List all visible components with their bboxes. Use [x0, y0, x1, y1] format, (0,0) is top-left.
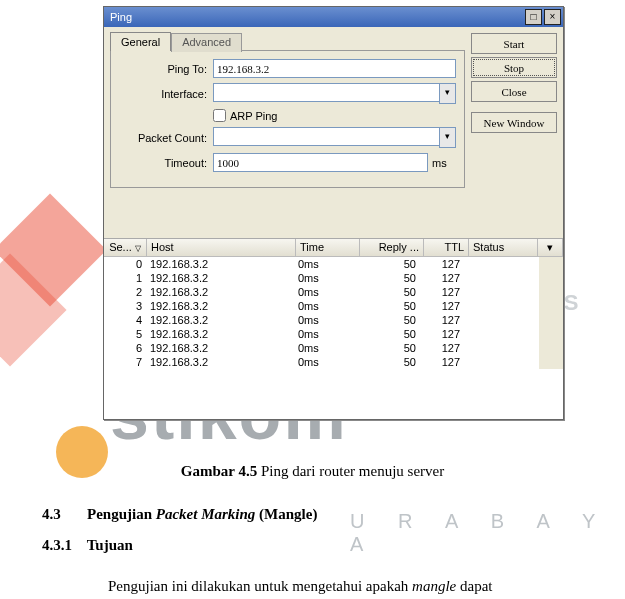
cell-ttl: 127	[420, 327, 464, 341]
cell-ttl: 127	[420, 355, 464, 369]
cell-status	[464, 271, 539, 285]
cell-status	[464, 355, 539, 369]
label-timeout-unit: ms	[428, 157, 456, 169]
label-arp-ping: ARP Ping	[230, 110, 278, 122]
section-4.3.1: 4.3.1 Tujuan	[42, 537, 133, 554]
packet-count-input[interactable]	[213, 127, 439, 146]
cell-reply: 50	[357, 299, 420, 313]
cell-reply: 50	[357, 313, 420, 327]
table-row[interactable]: 6192.168.3.20ms50127	[104, 341, 563, 355]
stop-button[interactable]: Stop	[471, 57, 557, 78]
maximize-icon[interactable]: □	[525, 9, 542, 25]
cell-time: 0ms	[294, 327, 357, 341]
cell-reply: 50	[357, 355, 420, 369]
cell-seq: 6	[104, 341, 146, 355]
columns-menu-icon[interactable]: ▾	[538, 239, 563, 256]
cell-host: 192.168.3.2	[146, 257, 294, 271]
cell-reply: 50	[357, 341, 420, 355]
window-title: Ping	[110, 11, 132, 23]
ping-to-input[interactable]	[213, 59, 456, 78]
paragraph-text: Pengujian ini dilakukan untuk mengetahui…	[108, 578, 588, 595]
cell-status	[464, 327, 539, 341]
col-seq[interactable]: Se... ▽	[104, 239, 147, 256]
timeout-input[interactable]	[213, 153, 428, 172]
label-packet-count: Packet Count:	[119, 132, 213, 144]
cell-time: 0ms	[294, 313, 357, 327]
tab-panel-general: Ping To: Interface: ▾ ARP Ping Packet Co…	[110, 50, 465, 188]
table-row[interactable]: 0192.168.3.20ms50127	[104, 257, 563, 271]
table-row[interactable]: 7192.168.3.20ms50127	[104, 355, 563, 369]
cell-seq: 0	[104, 257, 146, 271]
results-grid: Se... ▽ Host Time Reply ... TTL Status ▾…	[104, 238, 563, 369]
cell-reply: 50	[357, 257, 420, 271]
close-icon[interactable]: ×	[544, 9, 561, 25]
cell-host: 192.168.3.2	[146, 355, 294, 369]
cell-status	[464, 285, 539, 299]
cell-host: 192.168.3.2	[146, 327, 294, 341]
cell-host: 192.168.3.2	[146, 341, 294, 355]
col-ttl[interactable]: TTL	[424, 239, 469, 256]
cell-host: 192.168.3.2	[146, 299, 294, 313]
cell-host: 192.168.3.2	[146, 271, 294, 285]
label-interface: Interface:	[119, 88, 213, 100]
cell-status	[464, 299, 539, 313]
cell-seq: 1	[104, 271, 146, 285]
col-status[interactable]: Status	[469, 239, 538, 256]
tab-advanced[interactable]: Advanced	[171, 33, 242, 52]
cell-ttl: 127	[420, 313, 464, 327]
cell-ttl: 127	[420, 257, 464, 271]
new-window-button[interactable]: New Window	[471, 112, 557, 133]
titlebar[interactable]: Ping □ ×	[104, 7, 563, 27]
arp-ping-checkbox[interactable]	[213, 109, 226, 122]
cell-reply: 50	[357, 271, 420, 285]
packet-count-dropdown-icon[interactable]: ▾	[439, 127, 456, 148]
table-row[interactable]: 3192.168.3.20ms50127	[104, 299, 563, 313]
table-row[interactable]: 2192.168.3.20ms50127	[104, 285, 563, 299]
table-row[interactable]: 1192.168.3.20ms50127	[104, 271, 563, 285]
label-ping-to: Ping To:	[119, 63, 213, 75]
close-button[interactable]: Close	[471, 81, 557, 102]
grid-header: Se... ▽ Host Time Reply ... TTL Status ▾	[104, 239, 563, 257]
cell-time: 0ms	[294, 341, 357, 355]
table-row[interactable]: 4192.168.3.20ms50127	[104, 313, 563, 327]
cell-ttl: 127	[420, 285, 464, 299]
cell-status	[464, 341, 539, 355]
cell-ttl: 127	[420, 299, 464, 313]
figure-caption: Gambar 4.5 Ping dari router menuju serve…	[0, 463, 625, 480]
table-row[interactable]: 5192.168.3.20ms50127	[104, 327, 563, 341]
cell-seq: 2	[104, 285, 146, 299]
cell-time: 0ms	[294, 285, 357, 299]
cell-ttl: 127	[420, 341, 464, 355]
cell-time: 0ms	[294, 355, 357, 369]
ping-window: Ping □ × General Advanced Ping To: Inter…	[103, 6, 564, 420]
start-button[interactable]: Start	[471, 33, 557, 54]
cell-status	[464, 313, 539, 327]
label-timeout: Timeout:	[119, 157, 213, 169]
cell-host: 192.168.3.2	[146, 285, 294, 299]
cell-reply: 50	[357, 285, 420, 299]
cell-status	[464, 257, 539, 271]
tab-general[interactable]: General	[110, 32, 171, 51]
col-reply[interactable]: Reply ...	[360, 239, 424, 256]
cell-time: 0ms	[294, 257, 357, 271]
cell-ttl: 127	[420, 271, 464, 285]
col-time[interactable]: Time	[296, 239, 360, 256]
interface-input[interactable]	[213, 83, 439, 102]
col-host[interactable]: Host	[147, 239, 296, 256]
interface-dropdown-icon[interactable]: ▾	[439, 83, 456, 104]
cell-time: 0ms	[294, 299, 357, 313]
cell-reply: 50	[357, 327, 420, 341]
cell-time: 0ms	[294, 271, 357, 285]
bg-surabaya: U R A B A Y A	[350, 510, 625, 556]
cell-seq: 4	[104, 313, 146, 327]
cell-seq: 7	[104, 355, 146, 369]
cell-seq: 5	[104, 327, 146, 341]
cell-seq: 3	[104, 299, 146, 313]
section-4.3: 4.3 Pengujian Packet Marking (Mangle)	[42, 506, 317, 523]
cell-host: 192.168.3.2	[146, 313, 294, 327]
